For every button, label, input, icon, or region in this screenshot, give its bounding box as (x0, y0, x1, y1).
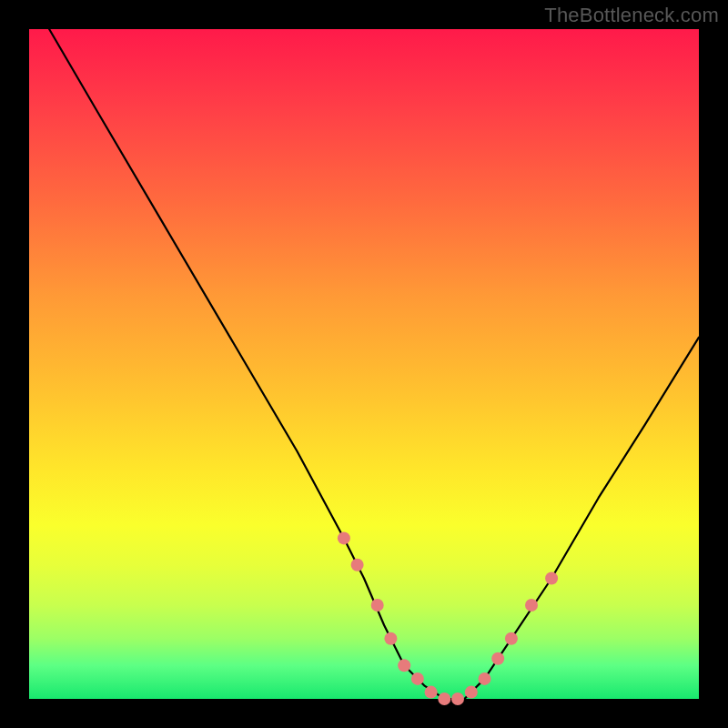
threshold-dot (425, 686, 438, 699)
threshold-dot (525, 599, 538, 612)
attribution-text: TheBottleneck.com (544, 4, 719, 27)
threshold-dot (338, 531, 350, 544)
plot-area (29, 29, 699, 699)
bottleneck-curve (49, 29, 699, 699)
threshold-dot (398, 659, 410, 672)
threshold-dot (505, 632, 518, 645)
threshold-dot (371, 599, 384, 612)
threshold-dot (351, 559, 364, 571)
threshold-dot (438, 693, 450, 705)
threshold-dot (491, 652, 504, 665)
threshold-dot (451, 693, 464, 705)
threshold-dot (384, 632, 397, 645)
threshold-dot (465, 686, 478, 699)
threshold-dot (479, 672, 491, 685)
threshold-dot (545, 572, 558, 585)
chart-stage: TheBottleneck.com (0, 0, 728, 728)
curve-svg (29, 29, 699, 699)
threshold-dot (411, 672, 424, 685)
